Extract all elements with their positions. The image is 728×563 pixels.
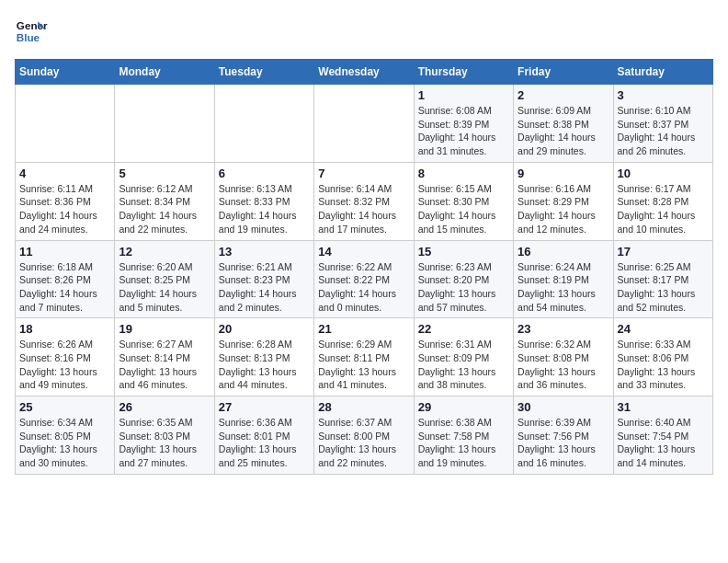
day-info: Sunrise: 6:31 AMSunset: 8:09 PMDaylight:… (418, 338, 509, 392)
day-number: 13 (219, 245, 310, 259)
day-number: 9 (518, 167, 609, 180)
day-number: 29 (418, 400, 509, 414)
calendar-cell: 28Sunrise: 6:37 AMSunset: 8:00 PMDayligh… (314, 396, 414, 475)
calendar-cell: 10Sunrise: 6:17 AMSunset: 8:28 PMDayligh… (613, 162, 712, 240)
svg-text:Blue: Blue (17, 31, 40, 43)
calendar-week-2: 4Sunrise: 6:11 AMSunset: 8:36 PMDaylight… (16, 162, 713, 240)
day-header-wednesday: Wednesday (314, 60, 414, 85)
day-info: Sunrise: 6:38 AMSunset: 7:58 PMDaylight:… (418, 416, 509, 470)
calendar-week-1: 1Sunrise: 6:08 AMSunset: 8:39 PMDaylight… (16, 85, 713, 163)
calendar-cell: 17Sunrise: 6:25 AMSunset: 8:17 PMDayligh… (613, 240, 712, 318)
calendar-cell: 29Sunrise: 6:38 AMSunset: 7:58 PMDayligh… (414, 396, 513, 475)
day-number: 16 (518, 245, 609, 259)
calendar-cell: 30Sunrise: 6:39 AMSunset: 7:56 PMDayligh… (514, 396, 613, 475)
day-info: Sunrise: 6:23 AMSunset: 8:20 PMDaylight:… (418, 260, 509, 315)
day-info: Sunrise: 6:16 AMSunset: 8:29 PMDaylight:… (518, 182, 609, 236)
calendar-cell: 24Sunrise: 6:33 AMSunset: 8:06 PMDayligh… (613, 318, 712, 396)
calendar-week-3: 11Sunrise: 6:18 AMSunset: 8:26 PMDayligh… (16, 240, 713, 318)
day-number: 12 (119, 245, 210, 259)
calendar-cell: 13Sunrise: 6:21 AMSunset: 8:23 PMDayligh… (214, 240, 313, 318)
day-number: 21 (318, 322, 409, 336)
day-header-saturday: Saturday (613, 60, 712, 85)
logo-icon: General Blue (15, 15, 48, 48)
calendar-cell: 25Sunrise: 6:34 AMSunset: 8:05 PMDayligh… (16, 396, 115, 475)
day-header-sunday: Sunday (16, 60, 115, 85)
day-number: 15 (418, 245, 509, 259)
day-info: Sunrise: 6:14 AMSunset: 8:32 PMDaylight:… (318, 182, 409, 236)
calendar-week-5: 25Sunrise: 6:34 AMSunset: 8:05 PMDayligh… (16, 396, 713, 475)
calendar-table: SundayMondayTuesdayWednesdayThursdayFrid… (15, 59, 713, 475)
day-number: 1 (418, 88, 509, 102)
calendar-cell: 14Sunrise: 6:22 AMSunset: 8:22 PMDayligh… (314, 240, 414, 318)
calendar-cell: 1Sunrise: 6:08 AMSunset: 8:39 PMDaylight… (414, 85, 513, 163)
logo: General Blue (15, 15, 48, 48)
day-info: Sunrise: 6:18 AMSunset: 8:26 PMDaylight:… (19, 260, 110, 315)
calendar-cell: 27Sunrise: 6:36 AMSunset: 8:01 PMDayligh… (214, 396, 313, 475)
day-number: 17 (618, 245, 709, 259)
calendar-week-4: 18Sunrise: 6:26 AMSunset: 8:16 PMDayligh… (16, 318, 713, 396)
day-number: 23 (518, 322, 609, 336)
calendar-cell: 12Sunrise: 6:20 AMSunset: 8:25 PMDayligh… (115, 240, 214, 318)
calendar-cell: 22Sunrise: 6:31 AMSunset: 8:09 PMDayligh… (414, 318, 513, 396)
day-info: Sunrise: 6:37 AMSunset: 8:00 PMDaylight:… (318, 416, 409, 470)
day-info: Sunrise: 6:29 AMSunset: 8:11 PMDaylight:… (318, 338, 409, 392)
day-number: 24 (618, 322, 709, 336)
calendar-cell: 2Sunrise: 6:09 AMSunset: 8:38 PMDaylight… (514, 85, 613, 163)
day-number: 10 (618, 167, 709, 180)
day-header-monday: Monday (115, 60, 214, 85)
day-number: 6 (219, 167, 310, 180)
calendar-cell: 19Sunrise: 6:27 AMSunset: 8:14 PMDayligh… (115, 318, 214, 396)
day-info: Sunrise: 6:13 AMSunset: 8:33 PMDaylight:… (219, 182, 310, 236)
calendar-cell: 26Sunrise: 6:35 AMSunset: 8:03 PMDayligh… (115, 396, 214, 475)
day-info: Sunrise: 6:35 AMSunset: 8:03 PMDaylight:… (119, 416, 210, 470)
day-info: Sunrise: 6:15 AMSunset: 8:30 PMDaylight:… (418, 182, 509, 236)
day-info: Sunrise: 6:24 AMSunset: 8:19 PMDaylight:… (518, 260, 609, 315)
day-header-friday: Friday (514, 60, 613, 85)
calendar-cell: 7Sunrise: 6:14 AMSunset: 8:32 PMDaylight… (314, 162, 414, 240)
calendar-cell: 31Sunrise: 6:40 AMSunset: 7:54 PMDayligh… (613, 396, 712, 475)
calendar-body: 1Sunrise: 6:08 AMSunset: 8:39 PMDaylight… (16, 85, 713, 475)
day-number: 8 (418, 167, 509, 180)
day-info: Sunrise: 6:20 AMSunset: 8:25 PMDaylight:… (119, 260, 210, 315)
day-number: 31 (618, 400, 709, 414)
calendar-cell: 23Sunrise: 6:32 AMSunset: 8:08 PMDayligh… (514, 318, 613, 396)
calendar-cell: 20Sunrise: 6:28 AMSunset: 8:13 PMDayligh… (214, 318, 313, 396)
day-info: Sunrise: 6:27 AMSunset: 8:14 PMDaylight:… (119, 338, 210, 392)
calendar-cell: 4Sunrise: 6:11 AMSunset: 8:36 PMDaylight… (16, 162, 115, 240)
day-info: Sunrise: 6:09 AMSunset: 8:38 PMDaylight:… (518, 104, 609, 158)
day-info: Sunrise: 6:36 AMSunset: 8:01 PMDaylight:… (219, 416, 310, 470)
day-info: Sunrise: 6:25 AMSunset: 8:17 PMDaylight:… (618, 260, 709, 315)
day-number: 11 (19, 245, 110, 259)
day-number: 20 (219, 322, 310, 336)
day-info: Sunrise: 6:26 AMSunset: 8:16 PMDaylight:… (19, 338, 110, 392)
day-info: Sunrise: 6:34 AMSunset: 8:05 PMDaylight:… (19, 416, 110, 470)
day-info: Sunrise: 6:08 AMSunset: 8:39 PMDaylight:… (418, 104, 509, 158)
day-info: Sunrise: 6:40 AMSunset: 7:54 PMDaylight:… (618, 416, 709, 470)
day-number: 28 (318, 400, 409, 414)
day-info: Sunrise: 6:10 AMSunset: 8:37 PMDaylight:… (618, 104, 709, 158)
day-number: 30 (518, 400, 609, 414)
calendar-cell: 9Sunrise: 6:16 AMSunset: 8:29 PMDaylight… (514, 162, 613, 240)
day-info: Sunrise: 6:22 AMSunset: 8:22 PMDaylight:… (318, 260, 409, 315)
day-number: 25 (19, 400, 110, 414)
calendar-cell: 11Sunrise: 6:18 AMSunset: 8:26 PMDayligh… (16, 240, 115, 318)
day-info: Sunrise: 6:17 AMSunset: 8:28 PMDaylight:… (618, 182, 709, 236)
day-info: Sunrise: 6:39 AMSunset: 7:56 PMDaylight:… (518, 416, 609, 470)
calendar-cell: 16Sunrise: 6:24 AMSunset: 8:19 PMDayligh… (514, 240, 613, 318)
day-header-thursday: Thursday (414, 60, 513, 85)
day-number: 7 (318, 167, 409, 180)
calendar-header: SundayMondayTuesdayWednesdayThursdayFrid… (16, 60, 713, 85)
day-number: 5 (119, 167, 210, 180)
day-number: 18 (19, 322, 110, 336)
calendar-cell: 5Sunrise: 6:12 AMSunset: 8:34 PMDaylight… (115, 162, 214, 240)
day-info: Sunrise: 6:33 AMSunset: 8:06 PMDaylight:… (618, 338, 709, 392)
calendar-cell: 18Sunrise: 6:26 AMSunset: 8:16 PMDayligh… (16, 318, 115, 396)
day-number: 19 (119, 322, 210, 336)
day-headers-row: SundayMondayTuesdayWednesdayThursdayFrid… (16, 60, 713, 85)
svg-text:General: General (17, 19, 48, 31)
day-header-tuesday: Tuesday (214, 60, 313, 85)
calendar-cell (314, 85, 414, 163)
calendar-cell: 8Sunrise: 6:15 AMSunset: 8:30 PMDaylight… (414, 162, 513, 240)
day-info: Sunrise: 6:32 AMSunset: 8:08 PMDaylight:… (518, 338, 609, 392)
calendar-cell (16, 85, 115, 163)
